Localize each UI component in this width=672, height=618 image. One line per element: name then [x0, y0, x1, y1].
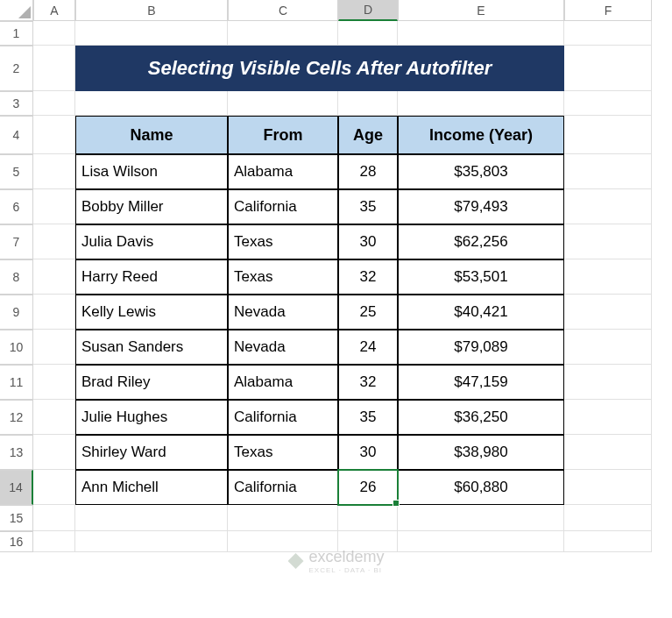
cell-c3[interactable] [228, 91, 338, 116]
cell-from-9[interactable]: Nevada [228, 295, 338, 330]
cell-age-7[interactable]: 30 [338, 224, 398, 259]
cell-age-10[interactable]: 24 [338, 330, 398, 365]
cell-a9[interactable] [33, 295, 75, 330]
cell-a1[interactable] [33, 21, 75, 46]
cell-e16[interactable] [398, 531, 564, 552]
cell-name-11[interactable]: Brad Riley [75, 365, 228, 400]
cell-name-10[interactable]: Susan Sanders [75, 330, 228, 365]
cell-name-5[interactable]: Lisa Wilson [75, 154, 228, 189]
cell-f11[interactable] [564, 365, 652, 400]
cell-income-8[interactable]: $53,501 [398, 259, 564, 295]
select-all-corner[interactable] [0, 0, 33, 21]
cell-b3[interactable] [75, 91, 228, 116]
cell-f1[interactable] [564, 21, 652, 46]
cell-age-11[interactable]: 32 [338, 365, 398, 400]
cell-a5[interactable] [33, 154, 75, 189]
cell-a12[interactable] [33, 400, 75, 435]
row-header-11[interactable]: 11 [0, 365, 33, 400]
cell-a2[interactable] [33, 46, 75, 91]
cell-b15[interactable] [75, 505, 228, 531]
cell-f8[interactable] [564, 259, 652, 295]
cell-a4[interactable] [33, 116, 75, 154]
col-header-d[interactable]: D [338, 0, 398, 21]
cell-income-6[interactable]: $79,493 [398, 189, 564, 224]
header-age[interactable]: Age [338, 116, 398, 154]
cell-f14[interactable] [564, 470, 652, 505]
cell-c15[interactable] [228, 505, 338, 531]
header-name[interactable]: Name [75, 116, 228, 154]
row-header-13[interactable]: 13 [0, 435, 33, 470]
cell-f6[interactable] [564, 189, 652, 224]
cell-from-13[interactable]: Texas [228, 435, 338, 470]
cell-income-9[interactable]: $40,421 [398, 295, 564, 330]
cell-a8[interactable] [33, 259, 75, 295]
row-header-2[interactable]: 2 [0, 46, 33, 91]
cell-from-6[interactable]: California [228, 189, 338, 224]
row-header-7[interactable]: 7 [0, 224, 33, 259]
row-header-5[interactable]: 5 [0, 154, 33, 189]
cell-name-6[interactable]: Bobby Miller [75, 189, 228, 224]
row-header-3[interactable]: 3 [0, 91, 33, 116]
cell-name-8[interactable]: Harry Reed [75, 259, 228, 295]
cell-c1[interactable] [228, 21, 338, 46]
col-header-c[interactable]: C [228, 0, 338, 21]
cell-a3[interactable] [33, 91, 75, 116]
row-header-9[interactable]: 9 [0, 295, 33, 330]
cell-age-8[interactable]: 32 [338, 259, 398, 295]
cell-from-7[interactable]: Texas [228, 224, 338, 259]
row-header-14[interactable]: 14 [0, 470, 33, 505]
cell-income-10[interactable]: $79,089 [398, 330, 564, 365]
row-header-16[interactable]: 16 [0, 531, 33, 552]
cell-f13[interactable] [564, 435, 652, 470]
cell-income-12[interactable]: $36,250 [398, 400, 564, 435]
col-header-e[interactable]: E [398, 0, 564, 21]
cell-a11[interactable] [33, 365, 75, 400]
row-header-4[interactable]: 4 [0, 116, 33, 154]
cell-f15[interactable] [564, 505, 652, 531]
cell-a15[interactable] [33, 505, 75, 531]
cell-e1[interactable] [398, 21, 564, 46]
cell-f9[interactable] [564, 295, 652, 330]
cell-age-12[interactable]: 35 [338, 400, 398, 435]
cell-from-14[interactable]: California [228, 470, 338, 505]
cell-f7[interactable] [564, 224, 652, 259]
cell-name-9[interactable]: Kelly Lewis [75, 295, 228, 330]
cell-income-13[interactable]: $38,980 [398, 435, 564, 470]
cell-from-8[interactable]: Texas [228, 259, 338, 295]
cell-f5[interactable] [564, 154, 652, 189]
header-from[interactable]: From [228, 116, 338, 154]
cell-f10[interactable] [564, 330, 652, 365]
title-cell[interactable]: Selecting Visible Cells After Autofilter [75, 46, 564, 91]
cell-a13[interactable] [33, 435, 75, 470]
cell-e3[interactable] [398, 91, 564, 116]
cell-from-12[interactable]: California [228, 400, 338, 435]
row-header-8[interactable]: 8 [0, 259, 33, 295]
cell-income-11[interactable]: $47,159 [398, 365, 564, 400]
col-header-f[interactable]: F [564, 0, 652, 21]
cell-d15[interactable] [338, 505, 398, 531]
cell-income-7[interactable]: $62,256 [398, 224, 564, 259]
row-header-10[interactable]: 10 [0, 330, 33, 365]
cell-f2[interactable] [564, 46, 652, 91]
cell-from-10[interactable]: Nevada [228, 330, 338, 365]
cell-age-9[interactable]: 25 [338, 295, 398, 330]
row-header-15[interactable]: 15 [0, 505, 33, 531]
cell-name-7[interactable]: Julia Davis [75, 224, 228, 259]
cell-name-13[interactable]: Shirley Ward [75, 435, 228, 470]
cell-d1[interactable] [338, 21, 398, 46]
cell-name-14[interactable]: Ann Michell [75, 470, 228, 505]
cell-d3[interactable] [338, 91, 398, 116]
cell-income-14[interactable]: $60,880 [398, 470, 564, 505]
cell-from-11[interactable]: Alabama [228, 365, 338, 400]
cell-age-13[interactable]: 30 [338, 435, 398, 470]
row-header-6[interactable]: 6 [0, 189, 33, 224]
cell-age-14-selected[interactable]: 26 [338, 470, 398, 505]
cell-f4[interactable] [564, 116, 652, 154]
cell-e15[interactable] [398, 505, 564, 531]
cell-a16[interactable] [33, 531, 75, 552]
cell-a14[interactable] [33, 470, 75, 505]
cell-name-12[interactable]: Julie Hughes [75, 400, 228, 435]
cell-a10[interactable] [33, 330, 75, 365]
cell-age-5[interactable]: 28 [338, 154, 398, 189]
cell-f16[interactable] [564, 531, 652, 552]
